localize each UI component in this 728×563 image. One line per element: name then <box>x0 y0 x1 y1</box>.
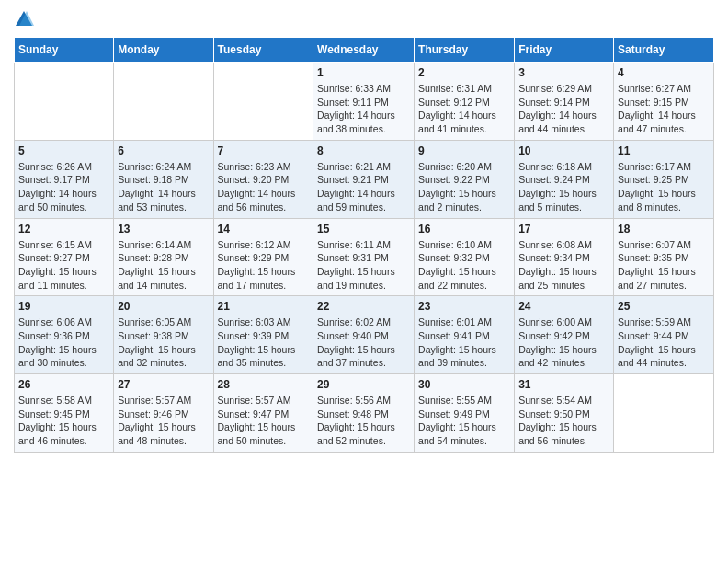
day-info: Sunrise: 5:54 AMSunset: 9:50 PMDaylight:… <box>518 394 609 448</box>
day-info: Sunrise: 6:14 AMSunset: 9:28 PMDaylight:… <box>118 238 209 293</box>
day-number: 10 <box>518 144 609 157</box>
calendar-day-cell: 12Sunrise: 6:15 AMSunset: 9:27 PMDayligh… <box>15 218 114 296</box>
day-number: 19 <box>18 300 109 313</box>
calendar-week-row: 5Sunrise: 6:26 AMSunset: 9:17 PMDaylight… <box>15 140 714 218</box>
day-number: 4 <box>618 66 710 79</box>
calendar-day-cell: 1Sunrise: 6:33 AMSunset: 9:11 PMDaylight… <box>313 63 415 141</box>
calendar-day-cell: 21Sunrise: 6:03 AMSunset: 9:39 PMDayligh… <box>213 296 313 374</box>
day-info: Sunrise: 5:58 AMSunset: 9:45 PMDaylight:… <box>18 394 109 448</box>
calendar-day-cell: 7Sunrise: 6:23 AMSunset: 9:20 PMDaylight… <box>213 140 313 218</box>
day-info: Sunrise: 6:33 AMSunset: 9:11 PMDaylight:… <box>317 82 410 136</box>
day-info: Sunrise: 6:18 AMSunset: 9:24 PMDaylight:… <box>518 160 609 214</box>
day-info: Sunrise: 6:29 AMSunset: 9:14 PMDaylight:… <box>518 82 609 136</box>
day-info: Sunrise: 6:00 AMSunset: 9:42 PMDaylight:… <box>518 316 609 370</box>
day-info: Sunrise: 6:02 AMSunset: 9:40 PMDaylight:… <box>317 316 410 370</box>
day-info: Sunrise: 6:06 AMSunset: 9:36 PMDaylight:… <box>18 316 109 370</box>
day-number: 31 <box>518 378 609 391</box>
day-info: Sunrise: 6:24 AMSunset: 9:18 PMDaylight:… <box>118 160 209 214</box>
calendar-day-cell: 9Sunrise: 6:20 AMSunset: 9:22 PMDaylight… <box>415 140 515 218</box>
day-number: 16 <box>418 223 510 236</box>
day-info: Sunrise: 6:10 AMSunset: 9:32 PMDaylight:… <box>418 238 510 293</box>
calendar-day-cell: 11Sunrise: 6:17 AMSunset: 9:25 PMDayligh… <box>614 140 714 218</box>
day-info: Sunrise: 6:26 AMSunset: 9:17 PMDaylight:… <box>18 160 109 214</box>
day-number: 5 <box>18 144 109 157</box>
day-info: Sunrise: 6:31 AMSunset: 9:12 PMDaylight:… <box>418 82 510 136</box>
weekday-header-cell: Saturday <box>614 38 714 63</box>
calendar-week-row: 12Sunrise: 6:15 AMSunset: 9:27 PMDayligh… <box>15 218 714 296</box>
day-number: 7 <box>218 144 310 157</box>
calendar-day-cell <box>213 63 313 141</box>
day-number: 6 <box>118 144 209 157</box>
day-info: Sunrise: 6:01 AMSunset: 9:41 PMDaylight:… <box>418 316 510 370</box>
calendar-day-cell: 5Sunrise: 6:26 AMSunset: 9:17 PMDaylight… <box>15 140 114 218</box>
day-info: Sunrise: 6:08 AMSunset: 9:34 PMDaylight:… <box>518 238 609 293</box>
day-number: 11 <box>618 144 710 157</box>
calendar-day-cell: 13Sunrise: 6:14 AMSunset: 9:28 PMDayligh… <box>114 218 213 296</box>
day-number: 18 <box>618 223 710 236</box>
calendar-day-cell: 23Sunrise: 6:01 AMSunset: 9:41 PMDayligh… <box>415 296 515 374</box>
weekday-header-cell: Sunday <box>15 38 114 63</box>
calendar-day-cell: 27Sunrise: 5:57 AMSunset: 9:46 PMDayligh… <box>114 374 213 453</box>
day-number: 29 <box>317 378 410 391</box>
day-number: 17 <box>518 223 609 236</box>
day-info: Sunrise: 6:07 AMSunset: 9:35 PMDaylight:… <box>618 238 710 293</box>
calendar-day-cell: 8Sunrise: 6:21 AMSunset: 9:21 PMDaylight… <box>313 140 415 218</box>
calendar-day-cell: 31Sunrise: 5:54 AMSunset: 9:50 PMDayligh… <box>515 374 614 453</box>
logo <box>14 9 38 29</box>
day-number: 3 <box>518 66 609 79</box>
day-number: 14 <box>218 223 310 236</box>
calendar-day-cell: 26Sunrise: 5:58 AMSunset: 9:45 PMDayligh… <box>15 374 114 453</box>
day-info: Sunrise: 5:55 AMSunset: 9:49 PMDaylight:… <box>418 394 510 448</box>
weekday-header-cell: Thursday <box>415 38 515 63</box>
day-number: 1 <box>317 66 410 79</box>
weekday-header-cell: Tuesday <box>213 38 313 63</box>
day-number: 2 <box>418 66 510 79</box>
day-info: Sunrise: 6:21 AMSunset: 9:21 PMDaylight:… <box>317 160 410 214</box>
calendar-day-cell: 14Sunrise: 6:12 AMSunset: 9:29 PMDayligh… <box>213 218 313 296</box>
day-info: Sunrise: 5:59 AMSunset: 9:44 PMDaylight:… <box>618 316 710 370</box>
calendar-day-cell: 16Sunrise: 6:10 AMSunset: 9:32 PMDayligh… <box>415 218 515 296</box>
calendar-day-cell: 18Sunrise: 6:07 AMSunset: 9:35 PMDayligh… <box>614 218 714 296</box>
calendar-week-row: 19Sunrise: 6:06 AMSunset: 9:36 PMDayligh… <box>15 296 714 374</box>
weekday-header-cell: Friday <box>515 38 614 63</box>
day-info: Sunrise: 5:56 AMSunset: 9:48 PMDaylight:… <box>317 394 410 448</box>
day-info: Sunrise: 6:15 AMSunset: 9:27 PMDaylight:… <box>18 238 109 293</box>
day-number: 9 <box>418 144 510 157</box>
calendar-table: SundayMondayTuesdayWednesdayThursdayFrid… <box>14 37 714 453</box>
logo-icon <box>14 9 34 29</box>
weekday-header-row: SundayMondayTuesdayWednesdayThursdayFrid… <box>15 38 714 63</box>
day-number: 23 <box>418 300 510 313</box>
day-number: 21 <box>218 300 310 313</box>
day-number: 28 <box>218 378 310 391</box>
calendar-day-cell: 22Sunrise: 6:02 AMSunset: 9:40 PMDayligh… <box>313 296 415 374</box>
day-number: 8 <box>317 144 410 157</box>
calendar-week-row: 26Sunrise: 5:58 AMSunset: 9:45 PMDayligh… <box>15 374 714 453</box>
day-info: Sunrise: 6:11 AMSunset: 9:31 PMDaylight:… <box>317 238 410 293</box>
day-number: 13 <box>118 223 209 236</box>
calendar-day-cell: 17Sunrise: 6:08 AMSunset: 9:34 PMDayligh… <box>515 218 614 296</box>
day-number: 26 <box>18 378 109 391</box>
calendar-day-cell: 25Sunrise: 5:59 AMSunset: 9:44 PMDayligh… <box>614 296 714 374</box>
calendar-day-cell <box>114 63 213 141</box>
calendar-day-cell: 29Sunrise: 5:56 AMSunset: 9:48 PMDayligh… <box>313 374 415 453</box>
day-info: Sunrise: 6:27 AMSunset: 9:15 PMDaylight:… <box>618 82 710 136</box>
calendar-day-cell: 4Sunrise: 6:27 AMSunset: 9:15 PMDaylight… <box>614 63 714 141</box>
calendar-body: 1Sunrise: 6:33 AMSunset: 9:11 PMDaylight… <box>15 63 714 453</box>
day-number: 12 <box>18 223 109 236</box>
calendar-day-cell: 6Sunrise: 6:24 AMSunset: 9:18 PMDaylight… <box>114 140 213 218</box>
calendar-day-cell: 24Sunrise: 6:00 AMSunset: 9:42 PMDayligh… <box>515 296 614 374</box>
calendar-day-cell: 15Sunrise: 6:11 AMSunset: 9:31 PMDayligh… <box>313 218 415 296</box>
day-number: 30 <box>418 378 510 391</box>
page-header <box>14 9 714 29</box>
calendar-day-cell: 3Sunrise: 6:29 AMSunset: 9:14 PMDaylight… <box>515 63 614 141</box>
calendar-day-cell: 20Sunrise: 6:05 AMSunset: 9:38 PMDayligh… <box>114 296 213 374</box>
day-info: Sunrise: 6:05 AMSunset: 9:38 PMDaylight:… <box>118 316 209 370</box>
day-number: 20 <box>118 300 209 313</box>
calendar-day-cell: 30Sunrise: 5:55 AMSunset: 9:49 PMDayligh… <box>415 374 515 453</box>
day-info: Sunrise: 5:57 AMSunset: 9:47 PMDaylight:… <box>218 394 310 448</box>
day-info: Sunrise: 6:20 AMSunset: 9:22 PMDaylight:… <box>418 160 510 214</box>
day-info: Sunrise: 5:57 AMSunset: 9:46 PMDaylight:… <box>118 394 209 448</box>
day-info: Sunrise: 6:17 AMSunset: 9:25 PMDaylight:… <box>618 160 710 214</box>
day-info: Sunrise: 6:23 AMSunset: 9:20 PMDaylight:… <box>218 160 310 214</box>
calendar-day-cell <box>15 63 114 141</box>
